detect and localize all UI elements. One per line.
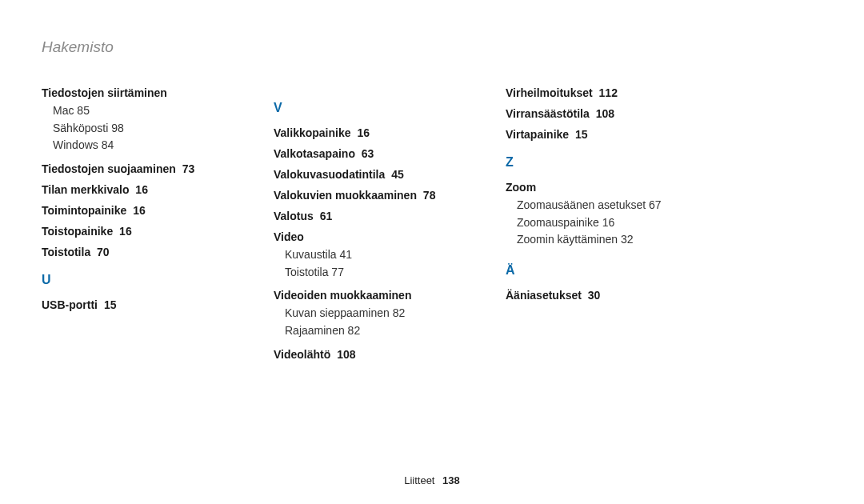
entry-title-text: Valotus	[274, 210, 314, 222]
section-letter: Z	[506, 155, 690, 170]
sub-item-page: 82	[348, 324, 361, 337]
sub-item[interactable]: Toistotila 77	[285, 264, 458, 282]
index-entry[interactable]: Tilan merkkivalo 16	[42, 183, 226, 196]
index-entry[interactable]: Toimintopainike 16	[42, 204, 226, 217]
entry-page: 70	[97, 246, 110, 258]
index-entry[interactable]: Virheilmoitukset 112	[506, 86, 690, 99]
entry-title: Tiedostojen suojaaminen 73	[42, 162, 226, 175]
index-entry[interactable]: Tiedostojen siirtäminenMac 85Sähköposti …	[42, 86, 226, 154]
entry-title: Toistotila 70	[42, 246, 226, 258]
index-entry[interactable]: Valikkopainike 16	[274, 126, 458, 139]
index-entry[interactable]: Videoiden muokkaaminenKuvan sieppaaminen…	[274, 289, 458, 339]
entry-title-text: Ääniasetukset	[506, 289, 582, 302]
index-columns: Tiedostojen siirtäminenMac 85Sähköposti …	[42, 86, 822, 369]
index-entry[interactable]: VideoKuvaustila 41Toistotila 77	[274, 230, 458, 281]
entry-page: 61	[320, 210, 333, 222]
sub-item[interactable]: Kuvaustila 41	[285, 246, 458, 264]
entry-page: 63	[362, 147, 374, 160]
sub-item-label: Windows	[53, 138, 98, 151]
index-entry[interactable]: Valokuvasuodatintila 45	[274, 168, 458, 181]
sub-item-page: 16	[602, 216, 615, 229]
index-entry[interactable]: Videolähtö 108	[274, 348, 458, 361]
entry-title: Virransäästötila 108	[506, 107, 690, 120]
entry-title-text: Videolähtö	[274, 348, 330, 361]
index-entry[interactable]: Toistotila 70	[42, 246, 226, 258]
entry-title: Toistopainike 16	[42, 225, 226, 238]
page-title: Hakemisto	[42, 38, 822, 56]
index-entry[interactable]: Tiedostojen suojaaminen 73	[42, 162, 226, 175]
index-entry[interactable]: USB-portti 15	[42, 298, 226, 311]
sub-list: Kuvan sieppaaminen 82Rajaaminen 82	[285, 305, 458, 339]
section-letter: Ä	[506, 263, 690, 278]
entry-title: Zoom	[506, 181, 690, 194]
entry-title-text: Video	[274, 230, 304, 243]
index-entry[interactable]: Virtapainike 15	[506, 128, 690, 141]
entry-title-text: Tilan merkkivalo	[42, 183, 129, 196]
entry-title-text: Toistopainike	[42, 225, 113, 238]
footer: Liitteet 138	[0, 474, 864, 486]
entry-page: 73	[182, 162, 195, 175]
index-column: VValikkopainike 16Valkotasapaino 63Valok…	[274, 86, 458, 369]
entry-title-text: Valokuvien muokkaaminen	[274, 189, 417, 202]
entry-title-text: Virtapainike	[506, 128, 569, 141]
sub-item[interactable]: Zoomauspainike 16	[517, 214, 690, 232]
entry-title: Virtapainike 15	[506, 128, 690, 141]
entry-page: 16	[133, 204, 146, 217]
index-column: Virheilmoitukset 112Virransäästötila 108…	[506, 86, 690, 369]
sub-item-page: 98	[111, 122, 124, 134]
entry-title: Toimintopainike 16	[42, 204, 226, 217]
sub-item[interactable]: Rajaaminen 82	[285, 322, 458, 340]
entry-page: 16	[357, 126, 370, 139]
sub-item-label: Zoomin käyttäminen	[517, 233, 618, 246]
index-entry[interactable]: Valokuvien muokkaaminen 78	[274, 189, 458, 202]
sub-item[interactable]: Windows 84	[53, 137, 226, 154]
sub-item-label: Sähköposti	[53, 122, 108, 134]
sub-item[interactable]: Zoomin käyttäminen 32	[517, 231, 690, 249]
sub-item-label: Zoomauspainike	[517, 216, 599, 229]
entry-title-text: USB-portti	[42, 298, 98, 311]
entry-title: Valotus 61	[274, 210, 458, 222]
entry-title-text: Videoiden muokkaaminen	[274, 289, 411, 302]
index-entry[interactable]: Valotus 61	[274, 210, 458, 222]
sub-item[interactable]: Mac 85	[53, 102, 226, 120]
index-entry[interactable]: ZoomZoomausäänen asetukset 67Zoomauspain…	[506, 181, 690, 249]
sub-item-page: 84	[102, 138, 114, 151]
sub-item-page: 77	[331, 266, 344, 278]
entry-title-text: Valikkopainike	[274, 126, 351, 139]
footer-page-number: 138	[442, 474, 460, 486]
index-entry[interactable]: Virransäästötila 108	[506, 107, 690, 120]
entry-page: 30	[588, 289, 601, 302]
index-entry[interactable]: Ääniasetukset 30	[506, 289, 690, 302]
sub-item[interactable]: Kuvan sieppaaminen 82	[285, 305, 458, 322]
sub-item-page: 67	[649, 198, 662, 211]
entry-title: Valkotasapaino 63	[274, 147, 458, 160]
entry-page: 108	[596, 107, 614, 120]
sub-item-page: 82	[393, 306, 406, 319]
entry-title: Valikkopainike 16	[274, 126, 458, 139]
index-column: Tiedostojen siirtäminenMac 85Sähköposti …	[42, 86, 226, 369]
entry-title-text: Valkotasapaino	[274, 147, 355, 160]
entry-title: Videoiden muokkaaminen	[274, 289, 458, 302]
entry-title: Valokuvasuodatintila 45	[274, 168, 458, 181]
entry-title-text: Virransäästötila	[506, 107, 590, 120]
sub-list: Kuvaustila 41Toistotila 77	[285, 246, 458, 281]
entry-page: 16	[135, 183, 148, 196]
section-letter: V	[274, 101, 458, 115]
entry-title: Ääniasetukset 30	[506, 289, 690, 302]
entry-page: 112	[599, 86, 618, 99]
entry-title: Tilan merkkivalo 16	[42, 183, 226, 196]
sub-item-label: Kuvaustila	[285, 248, 337, 261]
sub-item-label: Rajaaminen	[285, 324, 345, 337]
index-entry[interactable]: Toistopainike 16	[42, 225, 226, 238]
sub-item-label: Zoomausäänen asetukset	[517, 198, 646, 211]
sub-item-label: Mac	[53, 104, 74, 117]
entry-page: 15	[575, 128, 588, 141]
entry-title: USB-portti 15	[42, 298, 226, 311]
sub-list: Zoomausäänen asetukset 67Zoomauspainike …	[517, 197, 690, 249]
entry-page: 45	[391, 168, 404, 181]
sub-item[interactable]: Zoomausäänen asetukset 67	[517, 197, 690, 214]
sub-item-label: Toistotila	[285, 266, 328, 278]
sub-item[interactable]: Sähköposti 98	[53, 120, 226, 138]
index-entry[interactable]: Valkotasapaino 63	[274, 147, 458, 160]
entry-title-text: Valokuvasuodatintila	[274, 168, 385, 181]
